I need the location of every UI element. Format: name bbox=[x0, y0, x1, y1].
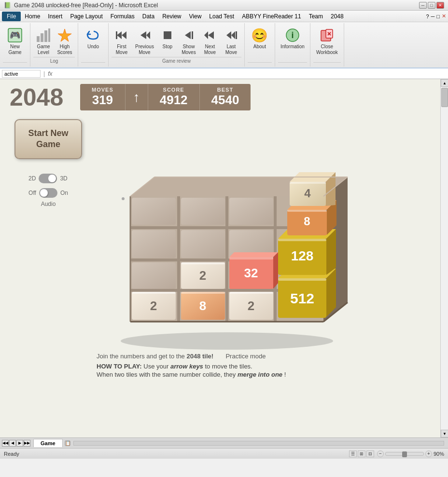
svg-text:8: 8 bbox=[199, 299, 206, 313]
about-label: About bbox=[253, 44, 266, 50]
menu-team[interactable]: Team bbox=[305, 12, 327, 21]
about-icon: 😊 bbox=[252, 27, 267, 43]
sheet-nav-last[interactable]: ▶▶ bbox=[24, 440, 30, 447]
undo-label: Undo bbox=[87, 44, 99, 50]
view-toggle-knob bbox=[48, 175, 56, 182]
close-button[interactable]: ✕ bbox=[436, 2, 444, 9]
maximize-button[interactable]: □ bbox=[428, 2, 435, 9]
menu-review[interactable]: Review bbox=[158, 12, 185, 21]
next-move-label: NextMove bbox=[204, 44, 216, 55]
start-new-game-button[interactable]: Start NewGame bbox=[14, 119, 82, 159]
new-sheet-icon[interactable]: 📋 bbox=[65, 440, 70, 446]
restore-icon[interactable]: □ bbox=[436, 14, 440, 19]
svg-text:32: 32 bbox=[244, 266, 258, 280]
name-box[interactable] bbox=[2, 70, 41, 78]
undo-button[interactable]: Undo bbox=[81, 26, 105, 51]
svg-rect-5 bbox=[48, 28, 50, 42]
horizontal-scrollbar[interactable] bbox=[73, 441, 444, 446]
previous-move-label: PreviousMove bbox=[135, 44, 154, 55]
menu-abbyy[interactable]: ABBYY FineReader 11 bbox=[238, 12, 305, 21]
zoom-control: − + 90% bbox=[377, 450, 444, 457]
scroll-down-button[interactable]: ▼ bbox=[441, 430, 448, 437]
svg-rect-4 bbox=[44, 30, 47, 42]
sheet-nav-first[interactable]: ◀◀ bbox=[2, 440, 9, 447]
svg-rect-70 bbox=[287, 210, 327, 212]
previous-move-button[interactable]: PreviousMove bbox=[133, 26, 156, 57]
stop-button[interactable]: Stop bbox=[157, 26, 178, 51]
join-text-start: Join the numbers and get to the bbox=[97, 353, 186, 360]
page-break-view-button[interactable]: ⊟ bbox=[366, 450, 374, 457]
svg-text:2: 2 bbox=[248, 299, 254, 313]
menu-data[interactable]: Data bbox=[139, 12, 158, 21]
svg-rect-54 bbox=[229, 292, 273, 294]
normal-view-button[interactable]: ☰ bbox=[349, 450, 357, 457]
next-move-button[interactable]: NextMove bbox=[200, 26, 220, 57]
next-move-icon bbox=[202, 27, 218, 43]
audio-toggle[interactable] bbox=[39, 188, 57, 198]
close-workbook-button[interactable]: CloseWorkbook bbox=[314, 26, 340, 57]
svg-marker-6 bbox=[58, 29, 71, 41]
menu-home[interactable]: Home bbox=[21, 12, 44, 21]
menu-formulas[interactable]: Formulas bbox=[107, 12, 139, 21]
information-icon: i bbox=[285, 27, 300, 43]
zoom-slider-thumb bbox=[402, 451, 407, 457]
audio-toggle-knob bbox=[40, 189, 48, 197]
game-level-button[interactable]: GameLevel bbox=[33, 26, 54, 57]
how-to-text1: Use your bbox=[143, 363, 170, 370]
scroll-up-button[interactable]: ▲ bbox=[441, 79, 448, 87]
last-move-button[interactable]: LastMove bbox=[221, 26, 241, 57]
bottom-text-container: Join the numbers and get to the 2048 til… bbox=[10, 353, 406, 378]
formula-input[interactable] bbox=[54, 70, 446, 77]
svg-rect-37 bbox=[132, 198, 176, 225]
close-icon[interactable]: ✕ bbox=[442, 13, 446, 19]
menu-insert[interactable]: Insert bbox=[44, 12, 66, 21]
svg-rect-48 bbox=[132, 292, 176, 294]
svg-text:🎮: 🎮 bbox=[10, 30, 21, 41]
page-layout-view-button[interactable]: ⊞ bbox=[358, 450, 365, 457]
svg-point-90 bbox=[122, 197, 125, 200]
minimize-button[interactable]: ─ bbox=[419, 2, 427, 9]
title-bar-controls: ─ □ ✕ bbox=[419, 2, 444, 9]
about-button[interactable]: 😊 About bbox=[248, 26, 272, 51]
first-move-button[interactable]: FirstMove bbox=[112, 26, 132, 57]
zoom-slider[interactable] bbox=[385, 452, 424, 456]
menu-2048[interactable]: 2048 bbox=[327, 12, 348, 21]
minimize-icon[interactable]: ─ bbox=[431, 14, 435, 19]
help-icon[interactable]: ? bbox=[426, 14, 429, 19]
menu-file[interactable]: File bbox=[2, 12, 21, 21]
sheet-tab-game[interactable]: Game bbox=[33, 439, 63, 447]
formula-divider: | bbox=[43, 70, 45, 77]
svg-marker-18 bbox=[231, 31, 235, 39]
how-to-play-line2: When two tiles with the same number coll… bbox=[97, 371, 406, 378]
svg-marker-8 bbox=[122, 31, 126, 39]
audio-toggle-row: Off On bbox=[28, 188, 68, 198]
svg-text:512: 512 bbox=[290, 290, 314, 306]
zoom-in-button[interactable]: + bbox=[425, 450, 432, 457]
scroll-thumb[interactable] bbox=[441, 88, 448, 107]
show-moves-button[interactable]: ShowMoves bbox=[179, 26, 199, 57]
sheet-nav-prev[interactable]: ◀ bbox=[9, 440, 16, 447]
arrow-icon: ↑ bbox=[133, 90, 140, 105]
view-toggle[interactable] bbox=[39, 174, 57, 183]
svg-text:128: 128 bbox=[291, 248, 314, 263]
title-bar-left: 📗 Game 2048 unlocked-free [Read-Only] - … bbox=[4, 2, 158, 9]
menu-view[interactable]: View bbox=[185, 12, 206, 21]
menu-load-test[interactable]: Load Test bbox=[205, 12, 238, 21]
ribbon-group-buttons-newgame: 🎮 NewGame bbox=[3, 25, 27, 62]
ribbon-group-new-game: 🎮 NewGame bbox=[0, 23, 30, 67]
information-button[interactable]: i Information bbox=[278, 26, 307, 51]
ribbon-group-label-undo bbox=[81, 62, 105, 65]
svg-rect-60 bbox=[278, 278, 326, 281]
zoom-out-button[interactable]: − bbox=[377, 450, 384, 457]
show-moves-icon bbox=[181, 27, 196, 43]
svg-rect-41 bbox=[181, 230, 225, 258]
new-game-button[interactable]: 🎮 NewGame bbox=[3, 26, 27, 57]
high-scores-button[interactable]: HighScores bbox=[55, 26, 75, 57]
tile-highlight: 2048 tile! bbox=[186, 353, 213, 360]
stats-container: MOVES 319 ↑ SCORE 4912 BEST 4540 bbox=[80, 84, 251, 110]
game-level-label: GameLevel bbox=[37, 44, 50, 55]
zoom-level: 90% bbox=[434, 451, 444, 457]
merge-highlight: merge into one bbox=[238, 371, 282, 378]
sheet-nav-next[interactable]: ▶ bbox=[16, 440, 23, 447]
menu-page-layout[interactable]: Page Layout bbox=[66, 12, 106, 21]
